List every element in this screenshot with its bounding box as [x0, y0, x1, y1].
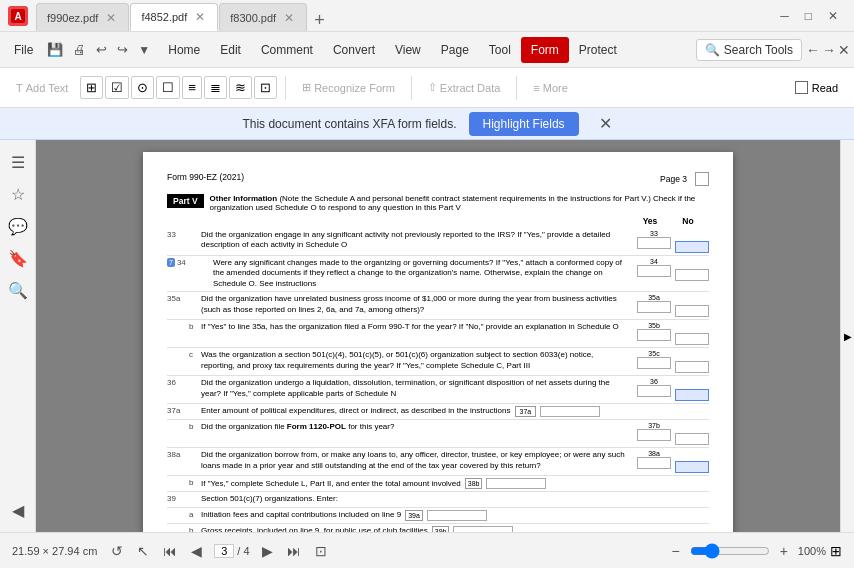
- next-page-button[interactable]: ▶: [256, 539, 279, 563]
- svg-text:A: A: [14, 11, 21, 22]
- rotate-left-button[interactable]: ↺: [105, 539, 129, 563]
- menu-view[interactable]: View: [385, 37, 431, 63]
- nav-close[interactable]: ✕: [838, 42, 850, 58]
- sidebar-icon-bookmark[interactable]: ☆: [4, 180, 32, 208]
- nav-back[interactable]: ←: [806, 42, 820, 58]
- sidebar-icon-search[interactable]: 🔍: [4, 276, 32, 304]
- menu-edit[interactable]: Edit: [210, 37, 251, 63]
- row-38b-input[interactable]: [486, 478, 546, 489]
- sidebar-icon-menu[interactable]: ☰: [4, 148, 32, 176]
- read-checkbox[interactable]: [795, 81, 808, 94]
- read-button[interactable]: Read: [787, 77, 846, 98]
- sidebar-icon-pages[interactable]: 🔖: [4, 244, 32, 272]
- row-33-yes-box[interactable]: [637, 237, 671, 249]
- tab-f8300[interactable]: f8300.pdf ✕: [219, 3, 307, 31]
- toolbar-more[interactable]: ▼: [134, 41, 154, 59]
- close-button[interactable]: ✕: [820, 5, 846, 27]
- zoom-out-button[interactable]: −: [665, 541, 685, 561]
- tab-close-f8300[interactable]: ✕: [282, 10, 296, 26]
- xfa-banner: This document contains XFA form fields. …: [0, 108, 854, 140]
- row-34-yes-box[interactable]: [637, 265, 671, 277]
- banner-close-button[interactable]: ✕: [599, 114, 612, 133]
- pdf-area[interactable]: Form 990-EZ (2021) Page 3 Part V Other I…: [36, 140, 840, 532]
- toolbar-field-btn2[interactable]: ☑: [105, 76, 129, 99]
- row-37a-input[interactable]: [540, 406, 600, 417]
- row-39a-label: 39a: [405, 510, 423, 521]
- row-35b-yes-box[interactable]: [637, 329, 671, 341]
- sidebar-right-toggle[interactable]: ▶: [840, 140, 854, 532]
- last-page-button[interactable]: ⏭: [281, 539, 307, 563]
- first-page-button[interactable]: ⏮: [157, 539, 183, 563]
- sidebar-icon-collapse[interactable]: ◀: [4, 496, 32, 524]
- search-tools-button[interactable]: 🔍 Search Tools: [696, 39, 802, 61]
- menu-protect[interactable]: Protect: [569, 37, 627, 63]
- row-39b-input[interactable]: [453, 526, 513, 532]
- cursor-button[interactable]: ↖: [131, 539, 155, 563]
- more-button[interactable]: ≡ More: [525, 78, 575, 98]
- tab-f4852[interactable]: f4852.pdf ✕: [130, 3, 218, 31]
- new-tab-button[interactable]: +: [308, 10, 331, 31]
- row-36-no-box[interactable]: [675, 389, 709, 401]
- toolbar-redo[interactable]: ↪: [113, 40, 132, 59]
- prev-page-button[interactable]: ◀: [185, 539, 208, 563]
- toolbar-field-btn7[interactable]: ≋: [229, 76, 252, 99]
- page-size-info: 21.59 × 27.94 cm: [12, 545, 97, 557]
- maximize-button[interactable]: □: [797, 5, 820, 27]
- toolbar-print[interactable]: 🖨: [69, 40, 90, 59]
- nav-tools: ↺ ↖ ⏮ ◀ / 4 ▶ ⏭ ⊡: [105, 539, 332, 563]
- toolbar-field-btn6[interactable]: ≣: [204, 76, 227, 99]
- page-input[interactable]: [214, 544, 234, 558]
- row-35b-no-box[interactable]: [675, 333, 709, 345]
- add-text-button[interactable]: T Add Text: [8, 78, 76, 98]
- sidebar-icon-comment[interactable]: 💬: [4, 212, 32, 240]
- row-35c-no-box[interactable]: [675, 361, 709, 373]
- zoom-slider[interactable]: [690, 543, 770, 559]
- tab-close-f4852[interactable]: ✕: [193, 9, 207, 25]
- toolbar-field-btn8[interactable]: ⊡: [254, 76, 277, 99]
- toolbar-field-btn3[interactable]: ⊙: [131, 76, 154, 99]
- toolbar: T Add Text ⊞ ☑ ⊙ ☐ ≡ ≣ ≋ ⊡ ⊞ Recognize F…: [0, 68, 854, 108]
- row-35b-yn: 35b: [627, 322, 709, 345]
- fit-width-button[interactable]: ⊞: [830, 543, 842, 559]
- row-39a-input[interactable]: [427, 510, 487, 521]
- menu-tool[interactable]: Tool: [479, 37, 521, 63]
- row-38a-yes-box[interactable]: [637, 457, 671, 469]
- recognize-form-button[interactable]: ⊞ Recognize Form: [294, 77, 403, 98]
- row-35a-yes-box[interactable]: [637, 301, 671, 313]
- fit-page-button[interactable]: ⊡: [309, 539, 333, 563]
- row-37b-yes-box[interactable]: [637, 429, 671, 441]
- toolbar-undo[interactable]: ↩: [92, 40, 111, 59]
- minimize-button[interactable]: ─: [772, 5, 797, 27]
- row-35c-sub: c: [189, 350, 201, 359]
- toolbar-field-btn4[interactable]: ☐: [156, 76, 180, 99]
- extract-data-button[interactable]: ⇧ Extract Data: [420, 77, 509, 98]
- row-35c-yes-box[interactable]: [637, 357, 671, 369]
- toolbar-field-btn5[interactable]: ≡: [182, 76, 202, 99]
- form-title: Form 990-EZ (2021): [167, 172, 244, 186]
- nav-forward[interactable]: →: [822, 42, 836, 58]
- menu-home[interactable]: Home: [158, 37, 210, 63]
- toolbar-save[interactable]: 💾: [43, 40, 67, 59]
- tab-f990ez[interactable]: f990ez.pdf ✕: [36, 3, 129, 31]
- menu-comment[interactable]: Comment: [251, 37, 323, 63]
- toolbar-field-btn1[interactable]: ⊞: [80, 76, 103, 99]
- row-39b-label: 39b: [432, 526, 450, 532]
- row-35a-no-box[interactable]: [675, 305, 709, 317]
- row-33-no-box[interactable]: [675, 241, 709, 253]
- tab-close-f990ez[interactable]: ✕: [104, 10, 118, 26]
- row-39-num: 39: [167, 494, 189, 503]
- row-39: 39 Section 501(c)(7) organizations. Ente…: [167, 492, 709, 507]
- row-37b-no-box[interactable]: [675, 433, 709, 445]
- row-34-no-box[interactable]: [675, 269, 709, 281]
- menu-form[interactable]: Form: [521, 37, 569, 63]
- menu-file[interactable]: File: [4, 37, 43, 63]
- row-36-num: 36: [167, 378, 189, 387]
- menu-convert[interactable]: Convert: [323, 37, 385, 63]
- zoom-in-button[interactable]: +: [774, 541, 794, 561]
- highlight-fields-button[interactable]: Highlight Fields: [469, 112, 579, 136]
- row-38a-no-box[interactable]: [675, 461, 709, 473]
- menu-page[interactable]: Page: [431, 37, 479, 63]
- row-37a-num: 37a: [167, 406, 189, 415]
- row-34: 7 34 Were any significant changes made t…: [167, 256, 709, 292]
- row-36-yes-box[interactable]: [637, 385, 671, 397]
